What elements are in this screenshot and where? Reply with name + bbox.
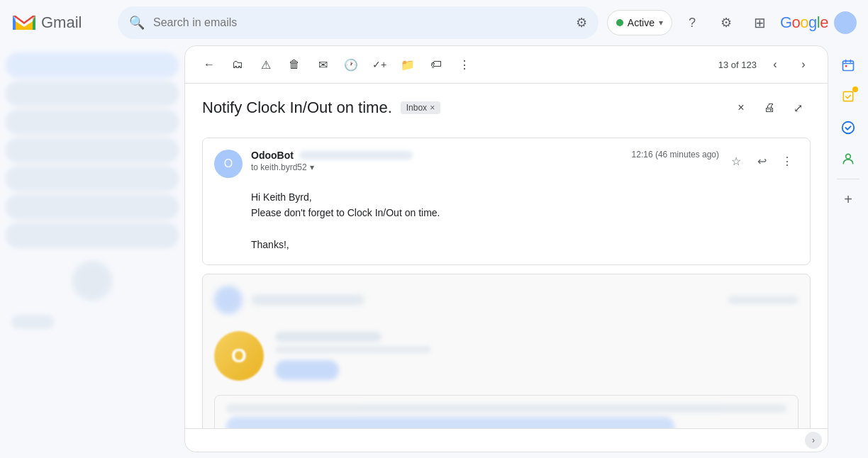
sidebar-item-3[interactable] (6, 138, 179, 163)
prev-email-button[interactable]: ‹ (762, 52, 788, 77)
star-button[interactable]: ☆ (725, 150, 747, 172)
snooze-button[interactable]: 🕐 (338, 52, 364, 77)
message-header: O OdooBot to keith.byrd52 ▾ 12:16 (46 (214, 150, 799, 178)
svg-point-4 (842, 122, 855, 134)
active-badge[interactable]: Active ▾ (607, 10, 672, 35)
avatar[interactable] (834, 11, 857, 34)
prev-icon: ‹ (773, 58, 777, 71)
label-button[interactable]: 🏷 (423, 52, 449, 77)
add-task-button[interactable]: ✓+ (367, 52, 392, 77)
calendar-button[interactable] (834, 51, 862, 79)
archive-button[interactable]: 🗂 (225, 52, 250, 77)
sender-avatar: O (214, 150, 243, 178)
help-icon: ? (689, 16, 696, 30)
sidebar-compose[interactable] (6, 52, 179, 78)
google-logo: Google (780, 13, 828, 32)
svg-rect-1 (843, 61, 854, 70)
email-thread: Notify Clock In/Out on time. Inbox × × 🖨 (185, 84, 828, 428)
header: Gmail 🔍 ⚙ Active ▾ ? ⚙ (0, 0, 868, 45)
delete-button[interactable]: 🗑 (282, 52, 307, 77)
delete-icon: 🗑 (289, 58, 300, 71)
next-icon: › (801, 58, 805, 71)
sender-name: OdooBot (251, 150, 294, 161)
back-button[interactable]: ← (196, 52, 222, 77)
subject-actions: × 🖨 ⤢ (728, 95, 811, 121)
next-email-button[interactable]: › (791, 52, 816, 77)
second-email-message: O (202, 274, 811, 428)
more-message-button[interactable]: ⋮ (776, 150, 799, 172)
settings-button[interactable]: ⚙ (712, 9, 740, 37)
sidebar-item-4[interactable] (6, 166, 179, 191)
close-email-button[interactable]: × (728, 95, 754, 121)
inbox-remove-button[interactable]: × (430, 103, 435, 113)
snooze-icon: 🕐 (344, 58, 358, 72)
body-line2: Please don't forget to Clock In/Out on t… (251, 205, 799, 220)
mark-unread-button[interactable]: ✉ (310, 52, 335, 77)
apps-icon: ⊞ (754, 14, 766, 31)
inbox-badge: Inbox × (401, 101, 440, 114)
gmail-text: Gmail (41, 13, 82, 32)
expand-icon: ⤢ (794, 101, 803, 115)
svg-point-5 (846, 154, 851, 159)
print-icon: 🖨 (764, 101, 775, 114)
move-icon: 📁 (401, 58, 415, 72)
blurred-msg-header (214, 286, 799, 314)
toolbar: ← 🗂 ⚠ 🗑 ✉ 🕐 ✓+ (185, 46, 828, 84)
contacts-button[interactable] (834, 145, 862, 173)
check-tasks-button[interactable] (834, 113, 862, 142)
sidebar-item-5[interactable] (6, 194, 179, 220)
tasks-badge (852, 86, 858, 92)
chevron-down-icon: ▾ (659, 18, 663, 28)
content-blurred-btn (226, 417, 674, 428)
label-icon: 🏷 (430, 58, 442, 71)
blurred-time (728, 296, 799, 304)
odoo-content-box (214, 395, 799, 428)
content-blurred-line-1 (226, 404, 786, 413)
blurred-sender-avatar (214, 286, 243, 314)
blurred-sender-name (251, 295, 365, 305)
message-actions: ☆ ↩ ⋮ (725, 150, 799, 172)
sidebar-item-6[interactable] (6, 223, 179, 248)
recipient-text: to keith.byrd52 (251, 162, 307, 172)
scroll-indicator: › (185, 428, 828, 452)
search-input[interactable] (153, 16, 567, 29)
reply-icon: ↩ (757, 155, 767, 168)
reply-button[interactable]: ↩ (750, 150, 773, 172)
more-actions-button[interactable]: ⋮ (452, 52, 477, 77)
inbox-label: Inbox (406, 103, 427, 113)
add-app-button[interactable]: + (834, 185, 862, 213)
expand-button[interactable]: ⤢ (785, 95, 811, 121)
filter-icon[interactable]: ⚙ (576, 15, 587, 30)
active-label: Active (628, 17, 655, 28)
close-icon: × (738, 101, 744, 114)
apps-button[interactable]: ⊞ (746, 9, 774, 37)
odoo-blurred-text-1 (275, 332, 382, 342)
more-message-icon: ⋮ (781, 155, 793, 168)
expand-recipients-icon[interactable]: ▾ (310, 162, 314, 172)
sidebar-panel (0, 45, 184, 458)
print-button[interactable]: 🖨 (757, 95, 782, 121)
pagination-text: 13 of 123 (718, 60, 757, 70)
svg-rect-3 (843, 91, 852, 101)
svg-rect-2 (845, 65, 847, 67)
report-spam-button[interactable]: ⚠ (253, 52, 279, 77)
header-right: Active ▾ ? ⚙ ⊞ Google (607, 9, 857, 37)
sidebar-item-1[interactable] (6, 81, 179, 106)
message-time: 12:16 (46 minutes ago) (632, 150, 719, 160)
back-icon: ← (204, 58, 215, 71)
tasks-button[interactable] (834, 82, 862, 111)
gmail-logo: Gmail (11, 10, 104, 35)
search-bar[interactable]: 🔍 ⚙ (118, 6, 599, 39)
google-logo-text: Google (780, 13, 828, 32)
scroll-down-button[interactable]: › (805, 432, 822, 449)
help-button[interactable]: ? (678, 9, 706, 37)
odoo-blurred-text-2 (275, 346, 431, 353)
sidebar-item-2[interactable] (6, 109, 179, 135)
move-to-button[interactable]: 📁 (395, 52, 421, 77)
settings-icon: ⚙ (720, 15, 732, 30)
search-icon: 🔍 (129, 15, 145, 30)
message-meta: OdooBot to keith.byrd52 ▾ (251, 150, 632, 172)
body-line4: Thanks!, (251, 237, 799, 252)
star-icon: ☆ (731, 155, 741, 168)
email-subject-row: Notify Clock In/Out on time. Inbox × × 🖨 (202, 95, 811, 121)
